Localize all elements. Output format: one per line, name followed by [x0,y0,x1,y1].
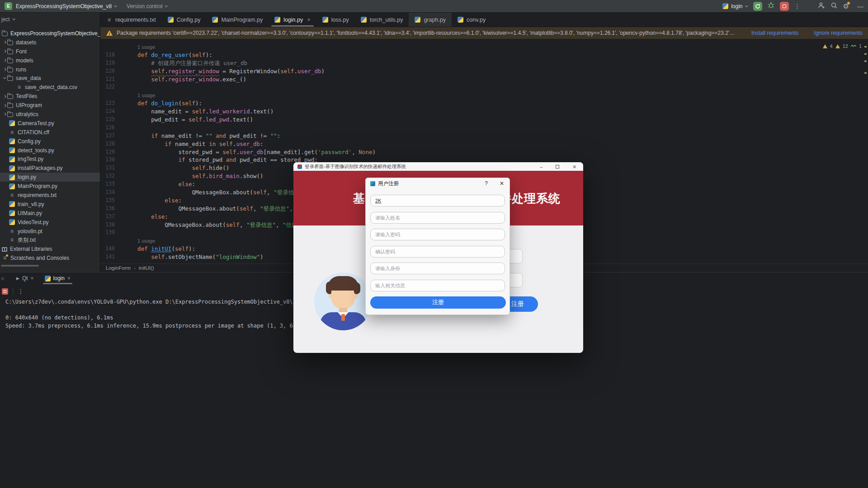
tree-item[interactable]: CameraTest.py [0,119,100,128]
login-window-titlebar[interactable]: 登录界面-基于图像识别技术的快递邮件处理系统 – ✕ [293,162,583,171]
line-number: 132 [100,172,124,180]
settings-button[interactable]: ⚙ [843,3,849,9]
tree-item[interactable]: ≡requirements.txt [0,191,100,200]
tree-item[interactable]: ≡CITATION.cff [0,128,100,137]
run-tab-login[interactable]: login × [41,272,74,284]
editor-tab[interactable]: Config.py [162,13,207,27]
dialog-close-button[interactable]: ✕ [572,164,576,169]
tree-item[interactable]: UIMain.py [0,209,100,218]
register-field-3[interactable] [370,229,505,240]
chevron-right-icon[interactable] [2,50,7,52]
editor-tab[interactable]: torch_utils.py [355,13,409,27]
tree-item[interactable]: datasets [0,38,100,47]
tree-item-label: TestFiles [16,93,37,99]
tree-item[interactable]: UIProgram [0,101,100,110]
code-text: if name_edit != "" and pwd_edit != "": [124,132,280,140]
dialog-maximize-button[interactable] [556,165,559,169]
close-icon[interactable]: × [31,275,34,282]
help-button[interactable]: ? [485,180,488,187]
editor-tab[interactable]: login.py× [269,13,316,27]
code-with-me-button[interactable] [818,2,825,11]
chevron-right-icon[interactable] [2,59,7,61]
tab-label: MainProgram.py [221,17,263,23]
horizontal-scrollbar[interactable] [1,265,39,267]
tree-item[interactable]: runs [0,65,100,74]
project-tool-label: ject [1,16,10,23]
tree-item-label: installPackages.py [18,165,62,171]
ignore-requirements-link[interactable]: Ignore requirements [814,30,863,36]
tree-item[interactable]: MainProgram.py [0,182,100,191]
tree-item-label: datasets [16,39,36,46]
tree-item-label: CITATION.cff [18,129,49,136]
register-field-2[interactable] [370,212,505,224]
dialog-minimize-button[interactable]: – [540,164,542,169]
tree-item[interactable]: Config.py [0,137,100,146]
inspections-widget[interactable]: 4 12 1 [823,43,862,49]
tree-item[interactable]: Font [0,47,100,56]
tree-item[interactable]: ExpressProcessingSystemObjective_v8 [ [0,29,100,38]
version-control-menu[interactable]: Version control [127,3,167,9]
tree-item[interactable]: TestFiles [0,92,100,101]
tree-item[interactable]: ≡类别.txt [0,235,100,244]
register-submit-button[interactable]: 注册 [370,296,506,309]
chevron-right-icon[interactable] [2,104,7,107]
console-options-kebab[interactable]: ⋮ [18,288,24,295]
debug-button[interactable] [768,2,774,10]
tree-item-label: models [16,57,33,64]
dialog-close-button[interactable]: ✕ [500,180,504,187]
code-text: def initUI(self): [124,245,195,253]
stop-button[interactable] [780,2,789,11]
rerun-button[interactable] [753,2,762,11]
tree-item[interactable]: login.py [0,173,100,182]
code-line: 121 self.register_window.exec_() [100,75,868,84]
close-icon[interactable]: × [67,275,71,282]
tree-item[interactable]: ≡Scratches and Consoles [0,253,100,263]
tree-item[interactable]: imgTest.py [0,155,100,164]
search-everywhere-button[interactable] [830,2,838,11]
tree-item[interactable]: save_data [0,74,100,83]
project-tool-header[interactable]: ject [0,13,100,26]
chevron-right-icon[interactable] [2,113,7,115]
tree-item[interactable]: VideoTest.py [0,218,100,227]
run-config-switcher[interactable]: login [722,3,747,9]
more-actions-kebab[interactable]: ⋮ [794,3,801,10]
warning-count: 4 [830,43,833,49]
register-field-5[interactable] [370,263,505,274]
settings-badge [847,2,850,5]
folder-icon [7,113,13,117]
tree-item[interactable]: External Libraries [0,244,100,253]
tree-item[interactable]: ≡save_detect_data.csv [0,83,100,92]
tree-item[interactable]: ≡yolov8n.pt [0,227,100,236]
breadcrumb-method[interactable]: initUI() [139,265,154,271]
register-field-6[interactable] [370,280,505,291]
stop-process-button[interactable] [2,288,8,295]
register-dialog-titlebar[interactable]: 用户注册 ? ✕ [366,178,509,189]
editor-tab[interactable]: loss.py [316,13,355,27]
tree-item[interactable]: models [0,56,100,65]
install-requirements-link[interactable]: Install requirements [751,30,799,36]
run-tab-qt[interactable]: ▶ Qt × [13,272,38,284]
editor-tab[interactable]: ≡requirements.txt [100,13,162,27]
chevron-down-icon [165,4,168,7]
folder-icon [7,103,13,108]
chevron-right-icon[interactable] [2,41,7,43]
breadcrumb-class[interactable]: LoginForm [106,265,131,271]
close-icon[interactable]: × [307,16,311,23]
chevron-down-icon[interactable] [2,78,7,79]
chevron-right-icon[interactable] [2,68,7,70]
minimize-window-button[interactable]: — [857,3,863,10]
editor-tab[interactable]: MainProgram.py [206,13,269,27]
register-field-1[interactable] [370,195,505,206]
chevron-right-icon[interactable] [2,95,7,98]
tree-item[interactable]: train_v8.py [0,200,100,209]
code-text: 1 usage [124,91,155,99]
tree-item[interactable]: installPackages.py [0,164,100,173]
editor-tab[interactable]: conv.py [452,13,491,27]
tree-item[interactable]: detect_tools.py [0,146,100,155]
editor-tab[interactable]: graph.py [409,13,452,27]
register-field-4[interactable] [370,246,505,258]
project-switcher[interactable]: ExpressProcessingSystemObjective_v8 [16,3,117,9]
python-file-icon [9,183,15,189]
tree-item[interactable]: ultralytics [0,110,100,119]
rerun-icon [755,4,760,9]
